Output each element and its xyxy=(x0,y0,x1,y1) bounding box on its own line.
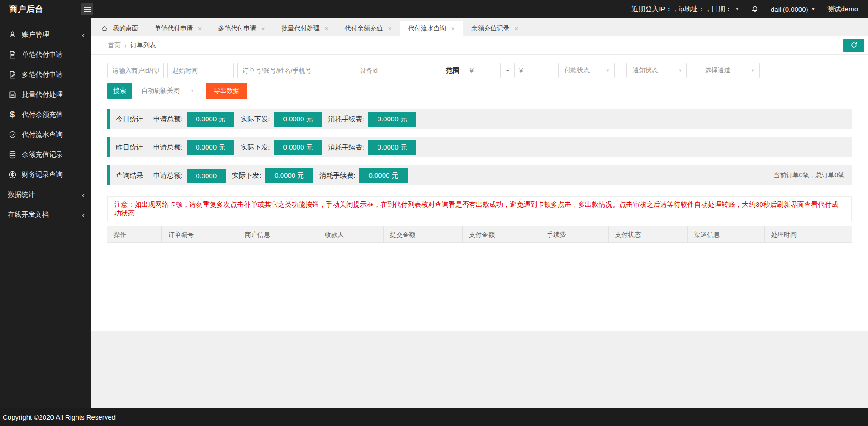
breadcrumb: 首页 / 订单列表 xyxy=(91,36,868,55)
login-info[interactable]: 近期登入IP：，ip地址：，日期： ▼ xyxy=(631,5,739,14)
footer: Copyright ©2020 All Rights Reserved xyxy=(0,408,868,426)
tab-label: 多笔代付申请 xyxy=(218,25,256,33)
stat-value-badge: 0.0000 xyxy=(187,169,226,183)
stat-value-badge: 0.0000 元 xyxy=(187,112,234,127)
user-icon xyxy=(8,30,17,39)
amount-max-input[interactable] xyxy=(514,63,550,78)
close-icon[interactable]: × xyxy=(451,25,455,32)
breadcrumb-home-link[interactable]: 首页 xyxy=(108,41,121,50)
sidebar-item-label: 多笔代付申请 xyxy=(22,70,63,79)
close-icon[interactable]: × xyxy=(261,25,265,32)
select-value: 选择通道 xyxy=(705,66,730,75)
dollar-icon: $ xyxy=(8,110,17,119)
stat-value-badge: 0.0000 元 xyxy=(265,168,313,183)
notify-status-select[interactable]: 通知状态 ▼ xyxy=(626,63,687,78)
sidebar-item-payout-balance-recharge[interactable]: $ 代付余额充值 xyxy=(0,105,91,125)
stat-label: 申请总额: xyxy=(153,115,182,124)
sidebar-item-label: 单笔代付申请 xyxy=(22,50,63,59)
channel-select[interactable]: 选择通道 ▼ xyxy=(699,63,760,78)
chevron-down-icon: ▼ xyxy=(812,7,816,11)
notice-banner: 注意：如出现网络卡顿，请勿重复多次点击补单或其它之类功能按钮，手动关闭提示框，在… xyxy=(107,196,852,221)
stat-value-badge: 0.0000 元 xyxy=(187,140,234,155)
device-id-input[interactable] xyxy=(355,63,422,78)
save-icon xyxy=(8,90,17,99)
stats-today: 今日统计 申请总额: 0.0000 元 实际下发: 0.0000 元 消耗手续费… xyxy=(107,109,852,129)
user-menu[interactable]: daili(0.0000) ▼ xyxy=(771,5,815,13)
chevron-down-icon: ▼ xyxy=(751,68,755,73)
start-time-input[interactable] xyxy=(167,63,234,78)
select-value: 通知状态 xyxy=(632,66,658,75)
sidebar-item-label: 余额充值记录 xyxy=(22,150,63,159)
tab-payout-flow-query[interactable]: 代付流水查询 × xyxy=(400,21,463,36)
stats-query-result: 查询结果 申请总额: 0.0000 实际下发: 0.0000 元 消耗手续费: … xyxy=(107,165,852,185)
stats-title: 今日统计 xyxy=(116,115,143,124)
notice-text: 注意：如出现网络卡顿，请勿重复多次点击补单或其它之类功能按钮，手动关闭提示框，在… xyxy=(114,200,845,218)
sidebar-item-account-management[interactable]: 账户管理 ‹ xyxy=(0,25,91,45)
stat-label: 申请总额: xyxy=(153,143,182,152)
home-icon xyxy=(101,25,108,32)
close-icon[interactable]: × xyxy=(515,25,518,32)
tab-label: 代付流水查询 xyxy=(408,25,446,33)
tab-label: 代付余额充值 xyxy=(345,25,383,33)
stat-value-badge: 0.0000 元 xyxy=(368,112,416,127)
sidebar-item-online-docs[interactable]: 在线开发文档 ‹ xyxy=(0,205,91,225)
sidebar-item-data-statistics[interactable]: 数据统计 ‹ xyxy=(0,185,91,205)
col-pay-amount: 支付金额 xyxy=(463,226,540,242)
tab-label: 批量代付处理 xyxy=(281,25,319,33)
stat-label: 消耗手续费: xyxy=(319,171,355,180)
refresh-button[interactable] xyxy=(843,39,864,52)
select-value: 自动刷新关闭 xyxy=(141,87,180,95)
chevron-left-icon: ‹ xyxy=(82,190,85,199)
stat-label: 消耗手续费: xyxy=(328,115,364,124)
close-icon[interactable]: × xyxy=(324,25,328,32)
tab-recharge-records[interactable]: 余额充值记录 × xyxy=(463,21,526,36)
tab-bar: 我的桌面 单笔代付申请 × 多笔代付申请 × 批量代付处理 × 代付余额充值 ×… xyxy=(91,18,868,36)
sidebar-item-label: 批量代付处理 xyxy=(22,90,63,99)
col-action: 操作 xyxy=(107,226,162,242)
chevron-down-icon: ▼ xyxy=(735,7,739,11)
col-payee: 收款人 xyxy=(318,226,384,242)
chevron-down-icon: ▼ xyxy=(678,68,682,73)
col-merchant-info: 商户信息 xyxy=(238,226,318,242)
coin-dollar-icon xyxy=(8,170,17,179)
stats-title: 昨日统计 xyxy=(116,143,143,152)
sidebar-item-recharge-records[interactable]: 余额充值记录 xyxy=(0,145,91,165)
tab-multi-payout-apply[interactable]: 多笔代付申请 × xyxy=(210,21,273,36)
col-submit-amount: 提交金额 xyxy=(384,226,463,242)
main-area: 我的桌面 单笔代付申请 × 多笔代付申请 × 批量代付处理 × 代付余额充值 ×… xyxy=(91,18,868,408)
notification-bell-icon[interactable] xyxy=(751,5,759,13)
auto-refresh-select[interactable]: 自动刷新关闭 ▼ xyxy=(136,83,199,99)
tab-my-desktop[interactable]: 我的桌面 xyxy=(93,21,146,36)
action-row: 搜索 自动刷新关闭 ▼ 导出数据 xyxy=(107,83,852,99)
tab-payout-balance-recharge[interactable]: 代付余额充值 × xyxy=(337,21,400,36)
sidebar-item-batch-payout-process[interactable]: 批量代付处理 xyxy=(0,85,91,105)
tab-batch-payout-process[interactable]: 批量代付处理 × xyxy=(273,21,336,36)
tab-label: 单笔代付申请 xyxy=(155,25,193,33)
content-panel: 范围 - 付款状态 ▼ 通知状态 ▼ 选择通道 ▼ 搜索 自动刷新关闭 ▼ xyxy=(91,55,868,331)
export-data-button[interactable]: 导出数据 xyxy=(206,83,247,99)
login-info-text: 近期登入IP：，ip地址：，日期： xyxy=(631,5,732,14)
stat-value-badge: 0.0000 元 xyxy=(368,140,416,155)
sidebar-item-single-payout-apply[interactable]: 单笔代付申请 xyxy=(0,45,91,65)
tab-single-payout-apply[interactable]: 单笔代付申请 × xyxy=(146,21,210,36)
file-edit-icon xyxy=(8,70,17,79)
sidebar: 账户管理 ‹ 单笔代付申请 多笔代付申请 批量代付处理 $ 代付余额充值 xyxy=(0,18,91,408)
sidebar-item-finance-records[interactable]: 财务记录查询 xyxy=(0,165,91,185)
close-icon[interactable]: × xyxy=(388,25,392,32)
order-search-input[interactable] xyxy=(237,63,351,78)
stats-yesterday: 昨日统计 申请总额: 0.0000 元 实际下发: 0.0000 元 消耗手续费… xyxy=(107,137,852,157)
sidebar-item-label: 账户管理 xyxy=(22,30,49,39)
stat-label: 消耗手续费: xyxy=(328,143,364,152)
close-icon[interactable]: × xyxy=(198,25,202,32)
amount-min-input[interactable] xyxy=(465,63,501,78)
search-button[interactable]: 搜索 xyxy=(107,83,132,99)
merchant-id-input[interactable] xyxy=(107,63,164,78)
pay-status-select[interactable]: 付款状态 ▼ xyxy=(558,63,615,78)
table-header-row: 操作 订单编号 商户信息 收款人 提交金额 支付金额 手续费 支付状态 渠道信息… xyxy=(107,226,852,243)
hamburger-menu-button[interactable] xyxy=(81,3,93,15)
refresh-icon xyxy=(850,41,858,50)
sidebar-item-multi-payout-apply[interactable]: 多笔代付申请 xyxy=(0,65,91,85)
stats-title: 查询结果 xyxy=(116,171,143,180)
database-icon xyxy=(8,150,17,159)
sidebar-item-payout-flow-query[interactable]: 代付流水查询 xyxy=(0,125,91,145)
